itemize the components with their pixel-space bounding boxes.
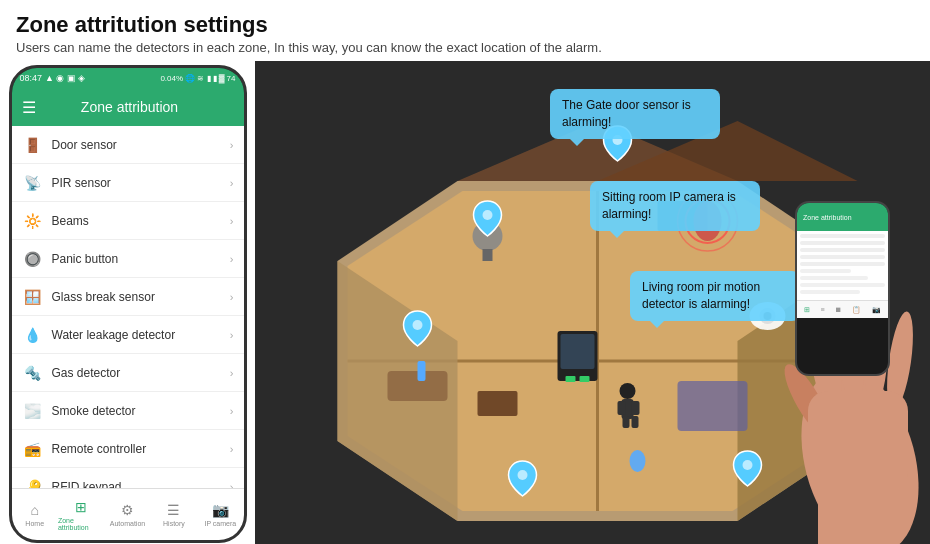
phone-in-hand: Zone attribution ⊞ ≡ ⏹ 📋 bbox=[740, 61, 930, 544]
nav-item-3[interactable]: ☰ History bbox=[151, 489, 197, 540]
svg-rect-46 bbox=[818, 481, 898, 544]
menu-item-5[interactable]: 💧 Water leakage detector › bbox=[12, 316, 244, 354]
mini-line-4 bbox=[800, 255, 885, 259]
mini-line-2 bbox=[800, 241, 885, 245]
mini-line-5 bbox=[800, 262, 885, 266]
menu-icon-8: 📻 bbox=[22, 438, 44, 460]
svg-rect-14 bbox=[561, 334, 595, 369]
menu-icon-3: 🔘 bbox=[22, 248, 44, 270]
menu-icon-4: 🪟 bbox=[22, 286, 44, 308]
mini-line-6 bbox=[800, 269, 851, 273]
battery-level: 74 bbox=[227, 74, 236, 83]
menu-item-1[interactable]: 📡 PIR sensor › bbox=[12, 164, 244, 202]
content-area: 08:47 ▲ ◉ ▣ ◈ 0.04% 🌐 ≋ ▮ ▮ ▓ 74 ☰ Zone … bbox=[0, 61, 930, 544]
menu-icon-1: 📡 bbox=[22, 172, 44, 194]
menu-label-2: Beams bbox=[52, 214, 230, 228]
mini-topbar-title: Zone attribution bbox=[803, 214, 852, 221]
mini-line-7 bbox=[800, 276, 868, 280]
menu-icon-6: 🔩 bbox=[22, 362, 44, 384]
menu-item-2[interactable]: 🔆 Beams › bbox=[12, 202, 244, 240]
hamburger-icon[interactable]: ☰ bbox=[22, 98, 36, 117]
mini-line-8 bbox=[800, 283, 885, 287]
nav-item-2[interactable]: ⚙ Automation bbox=[104, 489, 150, 540]
nav-icon-1: ⊞ bbox=[75, 499, 87, 515]
menu-item-8[interactable]: 📻 Remote controller › bbox=[12, 430, 244, 468]
page-title: Zone attritution settings bbox=[16, 12, 914, 38]
mini-nav-active: ⊞ bbox=[804, 306, 810, 314]
phone-mockup: 08:47 ▲ ◉ ▣ ◈ 0.04% 🌐 ≋ ▮ ▮ ▓ 74 ☰ Zone … bbox=[9, 65, 247, 543]
menu-chevron-6: › bbox=[230, 367, 234, 379]
svg-rect-33 bbox=[632, 401, 640, 415]
menu-item-4[interactable]: 🪟 Glass break sensor › bbox=[12, 278, 244, 316]
bottom-nav: ⌂ Home ⊞ Zone attribution ⚙ Automation ☰… bbox=[12, 488, 244, 540]
speech-bubble-2: Sitting room IP camera is alarming! bbox=[590, 181, 760, 231]
menu-chevron-4: › bbox=[230, 291, 234, 303]
menu-label-9: RFID keypad bbox=[52, 480, 230, 489]
svg-rect-20 bbox=[418, 361, 426, 381]
mini-nav-3: 📋 bbox=[852, 306, 861, 314]
page-subtitle: Users can name the detectors in each zon… bbox=[16, 40, 914, 55]
nav-label-4: IP camera bbox=[204, 520, 236, 527]
svg-rect-45 bbox=[808, 391, 908, 491]
svg-rect-18 bbox=[483, 249, 493, 261]
menu-icon-5: 💧 bbox=[22, 324, 44, 346]
svg-rect-16 bbox=[580, 376, 590, 382]
svg-point-24 bbox=[483, 210, 493, 220]
nav-label-1: Zone attribution bbox=[58, 517, 104, 531]
battery-percent: 0.04% bbox=[160, 74, 183, 83]
phone-wrapper: 08:47 ▲ ◉ ▣ ◈ 0.04% 🌐 ≋ ▮ ▮ ▓ 74 ☰ Zone … bbox=[0, 61, 255, 544]
svg-point-21 bbox=[630, 450, 646, 472]
menu-chevron-7: › bbox=[230, 405, 234, 417]
mini-phone-content bbox=[797, 231, 888, 300]
mini-line-3 bbox=[800, 248, 885, 252]
menu-item-6[interactable]: 🔩 Gas detector › bbox=[12, 354, 244, 392]
nav-icon-2: ⚙ bbox=[121, 502, 134, 518]
menu-label-7: Smoke detector bbox=[52, 404, 230, 418]
menu-chevron-1: › bbox=[230, 177, 234, 189]
nav-icon-4: 📷 bbox=[212, 502, 229, 518]
nav-item-1[interactable]: ⊞ Zone attribution bbox=[58, 489, 104, 540]
svg-point-26 bbox=[518, 470, 528, 480]
menu-label-6: Gas detector bbox=[52, 366, 230, 380]
status-time: 08:47 bbox=[20, 73, 43, 83]
menu-item-0[interactable]: 🚪 Door sensor › bbox=[12, 126, 244, 164]
menu-label-8: Remote controller bbox=[52, 442, 230, 456]
menu-label-4: Glass break sensor bbox=[52, 290, 230, 304]
menu-icon-9: 🔑 bbox=[22, 476, 44, 489]
nav-label-3: History bbox=[163, 520, 185, 527]
mini-bottom-nav: ⊞ ≡ ⏹ 📋 📷 bbox=[797, 300, 888, 318]
status-right: 0.04% 🌐 ≋ ▮ ▮ ▓ 74 bbox=[160, 74, 235, 83]
menu-list: 🚪 Door sensor › 📡 PIR sensor › 🔆 Beams ›… bbox=[12, 126, 244, 488]
status-bar: 08:47 ▲ ◉ ▣ ◈ 0.04% 🌐 ≋ ▮ ▮ ▓ 74 bbox=[12, 68, 244, 88]
nav-icon-0: ⌂ bbox=[30, 502, 38, 518]
menu-chevron-3: › bbox=[230, 253, 234, 265]
nav-label-0: Home bbox=[25, 520, 44, 527]
menu-label-1: PIR sensor bbox=[52, 176, 230, 190]
nav-item-0[interactable]: ⌂ Home bbox=[12, 489, 58, 540]
mini-line-9 bbox=[800, 290, 860, 294]
menu-chevron-8: › bbox=[230, 443, 234, 455]
menu-icon-2: 🔆 bbox=[22, 210, 44, 232]
nav-item-4[interactable]: 📷 IP camera bbox=[197, 489, 243, 540]
menu-item-9[interactable]: 🔑 RFID keypad › bbox=[12, 468, 244, 488]
mini-phone: Zone attribution ⊞ ≡ ⏹ 📋 bbox=[795, 201, 890, 376]
mini-nav-2: ⏹ bbox=[835, 306, 842, 313]
svg-rect-35 bbox=[632, 416, 639, 428]
svg-point-30 bbox=[620, 383, 636, 399]
svg-rect-15 bbox=[566, 376, 576, 382]
menu-chevron-2: › bbox=[230, 215, 234, 227]
menu-chevron-9: › bbox=[230, 481, 234, 489]
menu-chevron-0: › bbox=[230, 139, 234, 151]
menu-icon-0: 🚪 bbox=[22, 134, 44, 156]
speech-bubble-1: The Gate door sensor is alarming! bbox=[550, 89, 720, 139]
menu-item-7[interactable]: 🌫️ Smoke detector › bbox=[12, 392, 244, 430]
mini-nav-4: 📷 bbox=[872, 306, 881, 314]
menu-item-3[interactable]: 🔘 Panic button › bbox=[12, 240, 244, 278]
topbar-title: Zone attribution bbox=[46, 99, 214, 115]
menu-label-3: Panic button bbox=[52, 252, 230, 266]
svg-rect-32 bbox=[618, 401, 626, 415]
menu-label-0: Door sensor bbox=[52, 138, 230, 152]
house-area: The Gate door sensor is alarming! Sittin… bbox=[255, 61, 930, 544]
menu-chevron-5: › bbox=[230, 329, 234, 341]
battery-icon: ▓ bbox=[219, 74, 225, 83]
